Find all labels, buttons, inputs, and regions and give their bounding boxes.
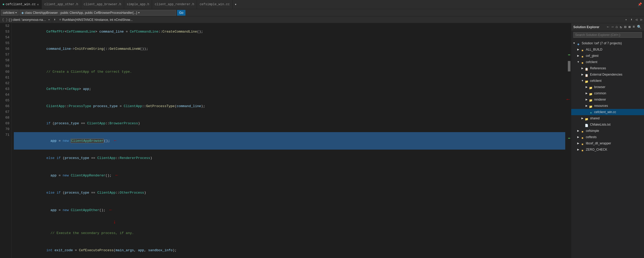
se-refresh-button[interactable]: ↻ [619, 25, 622, 29]
main-area: 52 53 54 55 56 57 58 59 60 61 62 63 64 6… [0, 23, 644, 258]
tab-simple-app-h[interactable]: simple_app.h [124, 0, 152, 9]
tree-label-zero-check: ZERO_CHECK [586, 147, 607, 152]
tab-bar: ■ cefclient_win.cc ✕ client_app_other.h … [0, 0, 644, 9]
expand-arrow-all-build: ▶ [576, 47, 580, 52]
folder-icon-cefclient: 📁 [584, 79, 589, 83]
namespace-dropdown-prefix: { } [2, 18, 8, 22]
project-dropdown[interactable]: cefclient ▾ [1, 10, 19, 16]
se-search-button[interactable]: 🔍 [636, 25, 642, 29]
tree-item-common[interactable]: ▶ 📁 common [571, 90, 644, 96]
namespace-dropdown-arrow: ▾ [48, 18, 50, 21]
tree-item-solution[interactable]: ▼ ◈ Solution 'cef' (7 of 7 projects) [571, 40, 644, 46]
scrollbar-marker-1 [568, 54, 570, 55]
folder-icon-renderer: 📁 [588, 98, 593, 101]
project-icon-cefclient: ■ [580, 60, 585, 64]
expand-arrow-cef-gtest: ▶ [576, 53, 580, 58]
scrollbar-marker-2 [568, 138, 570, 139]
tree-item-shared[interactable]: ▶ 📁 shared [571, 115, 644, 121]
se-collapse-button[interactable]: ⊟ [624, 25, 627, 29]
tab-cefsimple-win-cc[interactable]: cefsimple_win.cc [197, 0, 232, 9]
tab-cefclient-win-cc[interactable]: ■ cefclient_win.cc ✕ [0, 0, 42, 9]
tree-label-cef-gtest: cef_gtest [586, 53, 599, 58]
tree-label-references: References [590, 66, 606, 71]
toolbar-secondary: cefclient ▾ ◈ class ClientAppBrowser : p… [0, 9, 644, 16]
code-line-62: else if (process_type == ClientApp::Othe… [14, 184, 565, 201]
solution-explorer-toolbar: ← → ⌂ ↻ ⊟ ⊞ ≡ 🔍 [606, 25, 642, 29]
tree-item-browser[interactable]: ▶ 📁 browser [571, 84, 644, 90]
class-dropdown-label: class ClientAppBrowser : public ClientAp… [25, 11, 137, 15]
se-properties-button[interactable]: ⊞ [628, 25, 631, 29]
editor-scrollbar[interactable] [567, 23, 571, 258]
tree-item-cefclient-folder[interactable]: ▼ 📁 cefclient [571, 78, 644, 84]
tree-item-references[interactable]: ▶ 📋 References [571, 65, 644, 71]
expand-arrow-resources: ▶ [585, 103, 588, 108]
nav-up-button2[interactable]: ⬆ [629, 18, 634, 22]
tree-item-cef-gtest[interactable]: ▶ ■ cef_gtest [571, 53, 644, 59]
tree-label-libcef-dll-wrapper: libcef_dll_wrapper [586, 141, 611, 146]
code-line-61: app = new ClientAppRenderer(); ← [14, 167, 565, 184]
function-dropdown[interactable]: ⊕ RunMain(HINSTANCE hInstance, int nCmdS… [57, 16, 629, 23]
tree-item-zero-check[interactable]: ▶ ■ ZERO_CHECK [571, 146, 644, 153]
tree-label-cefclient-win-cc: cefclient_win.cc [594, 109, 616, 115]
tree-item-cefclient-win-cc[interactable]: ▶ ✦ cefclient_win.cc [571, 109, 644, 115]
scroll-right-button[interactable]: ▷ [639, 18, 644, 22]
code-line-52: CefRefPtr<CefCommandLine> command_line =… [14, 23, 565, 40]
expand-arrow-libcef-dll-wrapper: ▶ [576, 141, 580, 146]
code-area[interactable]: 52 53 54 55 56 57 58 59 60 61 62 63 64 6… [0, 23, 571, 258]
tree-item-renderer[interactable]: ▶ 📁 renderer [571, 96, 644, 103]
class-dropdown[interactable]: ◈ class ClientAppBrowser : public Client… [20, 10, 176, 16]
tree-label-ceftests: ceftests [586, 134, 597, 140]
code-content: CefRefPtr<CefCommandLine> command_line =… [12, 23, 567, 258]
nav-bar: { } { } client::'anonymous-namespace' ▾ … [0, 16, 644, 23]
code-line-63: app = new ClientAppOther(); ← [14, 201, 565, 219]
tree-item-cefclient-project[interactable]: ▼ ■ cefclient [571, 59, 644, 65]
se-forward-button[interactable]: → [611, 25, 614, 29]
scroll-left-button[interactable]: ◁ [634, 18, 639, 22]
file-icon-cefclient-win-cc: ✦ [588, 110, 593, 114]
expand-arrow-browser: ▶ [585, 84, 588, 90]
tree-item-external-deps[interactable]: ▶ 📋 External Dependencies [571, 71, 644, 78]
tab-label-client-app-renderer-h: client_app_renderer.h [155, 3, 194, 6]
code-line-59: app = new ClientAppBrowser(); ← [14, 132, 565, 150]
tree-label-external-deps: External Dependencies [590, 72, 622, 77]
se-filter-button[interactable]: ≡ [632, 25, 635, 29]
tab-label-client-app-other-h: client_app_other.h [44, 3, 78, 6]
class-dropdown-icon: ◈ [21, 11, 24, 15]
expand-arrow-ceftests: ▶ [576, 134, 580, 140]
tab-client-app-renderer-h[interactable]: client_app_renderer.h [152, 0, 197, 9]
code-line-66: int exit_code = CefExecuteProcess(main_a… [14, 242, 565, 258]
deps-icon: 📋 [584, 73, 589, 76]
se-home-button[interactable]: ⌂ [615, 25, 618, 29]
code-line-57: ClientApp::ProcessType process_type = Cl… [14, 98, 565, 115]
solution-explorer-search-input[interactable] [573, 32, 642, 38]
go-button[interactable]: Go [177, 10, 185, 16]
solution-icon: ◈ [576, 41, 581, 45]
tree-item-all-build[interactable]: ▶ ■ ALL_BUILD [571, 46, 644, 53]
refs-icon: 📋 [584, 66, 589, 70]
tree-item-cefsimple[interactable]: ▶ ■ cefsimple [571, 128, 644, 134]
code-editor: 52 53 54 55 56 57 58 59 60 61 62 63 64 6… [0, 23, 571, 258]
namespace-dropdown[interactable]: { } { } client::'anonymous-namespace' ▾ [0, 16, 52, 23]
tree-label-common: common [594, 91, 606, 96]
project-dropdown-arrow: ▾ [15, 11, 17, 14]
scrollbar-thumb[interactable] [568, 61, 570, 71]
expand-arrow-cefclient-folder: ▼ [581, 78, 584, 83]
code-line-54 [14, 58, 565, 63]
tab-client-app-browser-h[interactable]: client_app_browser.h [81, 0, 124, 9]
close-icon[interactable]: ✕ [37, 3, 39, 7]
tab-overflow-arrow[interactable]: ▾ [233, 2, 239, 7]
code-line-58: if (process_type == ClientApp::BrowserPr… [14, 115, 565, 132]
class-dropdown-arrow: ▾ [138, 11, 140, 14]
tree-label-cefclient-folder: cefclient [590, 78, 601, 83]
expand-arrow-common: ▶ [585, 91, 588, 96]
nav-up-button[interactable]: ⬆ [52, 18, 57, 22]
tab-pin-icon[interactable]: 📌 [636, 2, 644, 7]
project-dropdown-label: cefclient [3, 11, 14, 15]
tree-item-resources[interactable]: ▶ 📁 resources [571, 103, 644, 109]
se-back-button[interactable]: ← [606, 25, 610, 29]
tab-client-app-other-h[interactable]: client_app_other.h [42, 0, 81, 9]
file-icon-cmakelists: 📄 [584, 123, 589, 126]
tree-item-ceftests[interactable]: ▶ ■ ceftests [571, 134, 644, 140]
tree-item-libcef-dll-wrapper[interactable]: ▶ ■ libcef_dll_wrapper [571, 140, 644, 146]
tree-item-cmakelists[interactable]: ▶ 📄 CMakeLists.txt [571, 121, 644, 128]
